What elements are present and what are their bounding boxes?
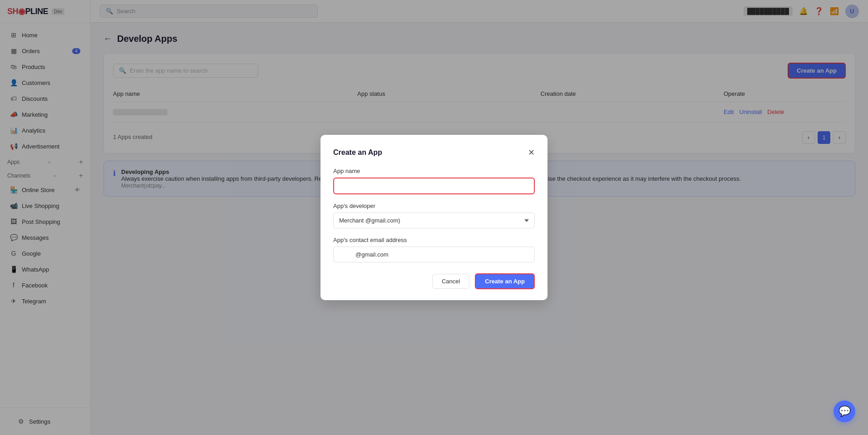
- modal-overlay: Create an App ✕ App name App's developer…: [0, 0, 868, 435]
- modal-header: Create an App ✕: [333, 148, 535, 158]
- developer-group: App's developer Merchant @gmail.com): [333, 203, 535, 228]
- modal-close-button[interactable]: ✕: [528, 148, 535, 158]
- app-name-group: App name: [333, 168, 535, 194]
- create-app-modal: Create an App ✕ App name App's developer…: [321, 135, 547, 300]
- app-name-input[interactable]: [333, 178, 535, 194]
- app-name-label: App name: [333, 168, 535, 174]
- email-label: App's contact email address: [333, 237, 535, 243]
- developer-label: App's developer: [333, 203, 535, 209]
- cancel-button[interactable]: Cancel: [432, 274, 469, 289]
- create-app-button[interactable]: Create an App: [475, 273, 535, 289]
- email-input[interactable]: [333, 247, 535, 262]
- email-group: App's contact email address: [333, 237, 535, 262]
- developer-select[interactable]: Merchant @gmail.com): [333, 213, 535, 228]
- chat-fab-button[interactable]: 💬: [833, 400, 855, 422]
- modal-title: Create an App: [333, 148, 382, 157]
- modal-footer: Cancel Create an App: [333, 273, 535, 289]
- chat-icon: 💬: [838, 405, 851, 417]
